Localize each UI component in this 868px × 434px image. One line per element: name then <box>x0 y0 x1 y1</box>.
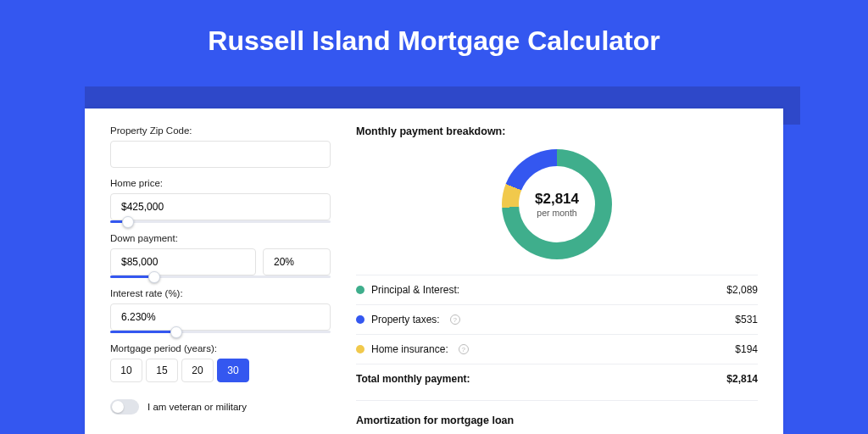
period-option-15[interactable]: 15 <box>146 359 178 382</box>
rate-label: Interest rate (%): <box>110 288 331 298</box>
donut-center-label: per month <box>537 208 576 218</box>
legend-row-insurance: Home insurance: ? $194 <box>356 335 758 364</box>
down-amount-input[interactable] <box>110 248 256 275</box>
period-option-20[interactable]: 20 <box>181 359 214 382</box>
breakdown-legend: Principal & Interest: $2,089 Property ta… <box>356 275 758 393</box>
down-label: Down payment: <box>110 233 331 243</box>
rate-slider[interactable] <box>110 331 331 333</box>
period-option-10[interactable]: 10 <box>110 359 142 382</box>
info-icon[interactable]: ? <box>450 314 460 325</box>
veteran-toggle[interactable] <box>110 399 139 415</box>
amortization-section: Amortization for mortgage loan Amortizat… <box>356 400 758 434</box>
down-slider[interactable] <box>110 275 331 278</box>
legend-row-total: Total monthly payment: $2,814 <box>356 364 758 393</box>
period-option-30[interactable]: 30 <box>217 359 249 382</box>
period-options: 10 15 20 30 <box>110 359 331 382</box>
rate-input[interactable] <box>110 303 331 331</box>
dot-icon <box>356 286 364 294</box>
page-title: Russell Island Mortgage Calculator <box>0 0 868 78</box>
legend-row-principal: Principal & Interest: $2,089 <box>356 275 758 305</box>
legend-label: Home insurance: <box>371 343 448 355</box>
dot-icon <box>356 345 364 353</box>
legend-value: $2,089 <box>726 284 758 296</box>
price-input[interactable] <box>110 193 331 220</box>
zip-label: Property Zip Code: <box>110 125 331 136</box>
amortization-title: Amortization for mortgage loan <box>356 415 758 426</box>
veteran-label: I am veteran or military <box>147 402 247 412</box>
dot-icon <box>356 315 364 324</box>
price-slider[interactable] <box>110 220 331 223</box>
period-label: Mortgage period (years): <box>110 343 331 353</box>
breakdown-column: Monthly payment breakdown: $2,814 per mo… <box>356 125 758 417</box>
legend-value: $194 <box>735 343 758 355</box>
legend-value: $531 <box>735 314 758 326</box>
calculator-card: Property Zip Code: Home price: Down paym… <box>85 108 783 434</box>
legend-row-taxes: Property taxes: ? $531 <box>356 305 758 335</box>
legend-total-value: $2,814 <box>726 373 758 385</box>
price-label: Home price: <box>110 178 331 188</box>
legend-label: Property taxes: <box>371 314 440 326</box>
legend-label: Principal & Interest: <box>371 284 459 296</box>
form-column: Property Zip Code: Home price: Down paym… <box>110 125 331 417</box>
info-icon[interactable]: ? <box>459 344 469 354</box>
down-percent-input[interactable] <box>263 248 331 275</box>
breakdown-donut-chart: $2,814 per month <box>502 149 612 259</box>
breakdown-title: Monthly payment breakdown: <box>356 125 758 137</box>
legend-total-label: Total monthly payment: <box>356 373 470 385</box>
zip-input[interactable] <box>110 141 331 168</box>
donut-center-value: $2,814 <box>535 191 579 208</box>
